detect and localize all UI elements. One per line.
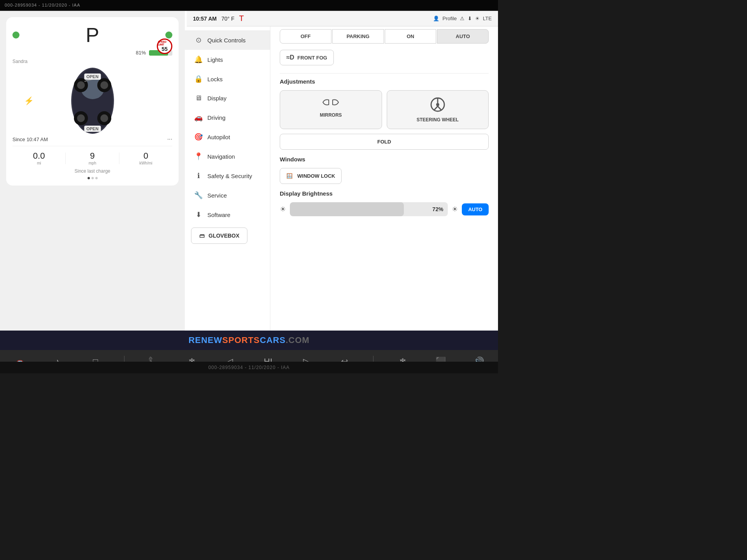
nav-label-navigation: Navigation xyxy=(207,153,235,160)
profile-icon: 👤 xyxy=(433,16,439,21)
green-dot-left xyxy=(12,32,19,38)
window-lock-button[interactable]: 🪟 WINDOW LOCK xyxy=(280,168,342,184)
nav-item-quick-controls[interactable]: ⊙ Quick Controls xyxy=(185,30,270,50)
brightness-icon: ☀ xyxy=(475,16,480,21)
safety-icon: ℹ xyxy=(194,172,203,180)
navigation-icon: 📍 xyxy=(194,152,203,161)
alert-icon: ⚠ xyxy=(460,16,465,21)
front-fog-button[interactable]: ≈D FRONT FOG xyxy=(280,50,334,65)
nav-item-software[interactable]: ⬇ Software xyxy=(185,205,270,224)
fold-button[interactable]: FOLD xyxy=(280,134,489,150)
stat-speed-unit: mph xyxy=(66,161,119,165)
windows-section: 🪟 WINDOW LOCK xyxy=(280,168,489,184)
svg-point-11 xyxy=(100,81,108,89)
svg-line-17 xyxy=(438,106,442,110)
brightness-high-icon: ☀ xyxy=(452,205,458,214)
bottom-watermark-text: 000-28959034 - 11/20/2020 - IAA xyxy=(208,365,289,370)
download-icon: ⬇ xyxy=(468,16,472,21)
lightning-icon: ⚡ xyxy=(24,96,34,105)
nav-item-navigation[interactable]: 📍 Navigation xyxy=(185,147,270,166)
lights-off-button[interactable]: OFF xyxy=(280,29,331,44)
nav-item-display[interactable]: 🖥 Display xyxy=(185,89,270,108)
com-text: .COM xyxy=(286,335,309,345)
nav-label-display: Display xyxy=(207,95,226,102)
main-panel: × ⊙ Quick Controls 🔔 Lights 🔒 Locks 🖥 Di… xyxy=(185,11,498,350)
locks-icon: 🔒 xyxy=(194,75,203,83)
lights-on-button[interactable]: ON xyxy=(385,29,437,44)
nav-item-driving[interactable]: 🚗 Driving xyxy=(185,108,270,127)
gear-indicator: P xyxy=(19,23,165,47)
renew-banner: RENEWSPORTSCARS.COM xyxy=(0,331,498,350)
brightness-value: 72% xyxy=(432,206,443,212)
quick-controls-icon: ⊙ xyxy=(194,36,203,44)
speed-limit-label: SPEED LIMIT xyxy=(158,40,171,46)
lights-parking-button[interactable]: PARKING xyxy=(332,29,384,44)
display-icon: 🖥 xyxy=(194,94,203,102)
mirrors-label: MIRRORS xyxy=(320,112,342,118)
nav-item-service[interactable]: 🔧 Service xyxy=(185,186,270,205)
glovebox-icon: 🗃 xyxy=(199,233,205,239)
nav-item-locks[interactable]: 🔒 Locks xyxy=(185,69,270,89)
nav-item-autopilot[interactable]: 🎯 Autopilot xyxy=(185,127,270,147)
nav-label-locks: Locks xyxy=(207,76,223,82)
renew-text: RENEW xyxy=(188,335,222,345)
windows-title: Windows xyxy=(280,156,489,163)
stat-speed-value: 9 xyxy=(66,151,119,161)
brightness-slider[interactable]: 72% xyxy=(290,202,448,216)
glovebox-button[interactable]: 🗃 GLOVEBOX xyxy=(191,228,247,244)
door-bottom-label: OPEN xyxy=(84,126,101,132)
nav-label-driving: Driving xyxy=(207,114,226,121)
steering-wheel-label: STEERING WHEEL xyxy=(417,117,459,122)
nav-label-software: Software xyxy=(207,212,230,218)
stat-miles: 0.0 mi xyxy=(12,151,65,165)
vehicle-image: OPEN ⚡ OPEN xyxy=(12,66,172,136)
more-dots[interactable]: ··· xyxy=(167,136,172,143)
tesla-logo: T xyxy=(239,14,244,23)
stat-speed: 9 mph xyxy=(66,151,119,165)
nav-label-safety: Safety & Security xyxy=(207,173,252,179)
glovebox-label: GLOVEBOX xyxy=(209,233,239,239)
lights-auto-button[interactable]: AUTO xyxy=(437,29,489,44)
profile-label: Profile xyxy=(442,16,457,21)
window-lock-icon: 🪟 xyxy=(286,173,293,179)
exterior-lights-buttons: OFF PARKING ON AUTO xyxy=(280,29,489,44)
autopilot-icon: 🎯 xyxy=(194,133,203,141)
svg-point-14 xyxy=(436,103,439,106)
mirrors-button[interactable]: MIRRORS xyxy=(280,90,382,129)
stat-miles-value: 0.0 xyxy=(12,151,65,161)
nav-item-safety-security[interactable]: ℹ Safety & Security xyxy=(185,166,270,186)
page-dot-3 xyxy=(95,177,98,179)
svg-line-16 xyxy=(434,106,438,110)
nav-item-lights[interactable]: 🔔 Lights xyxy=(185,50,270,69)
nav-label-quick-controls: Quick Controls xyxy=(207,37,245,44)
driving-icon: 🚗 xyxy=(194,113,203,122)
quick-controls-content: Exterior Lights OFF PARKING ON AUTO ≈D F… xyxy=(270,11,498,350)
stat-kwh: 0 kWh/mi xyxy=(119,151,172,165)
status-bar: 10:57 AM 70° F T 👤 Profile ⚠ ⬇ ☀ LTE xyxy=(187,11,498,26)
adjustments-row: MIRRORS STEERING WHEEL xyxy=(280,90,489,129)
quick-controls-nav: ⊙ Quick Controls 🔔 Lights 🔒 Locks 🖥 Disp… xyxy=(185,11,270,350)
brightness-low-icon: ☀ xyxy=(280,205,286,214)
brightness-auto-button[interactable]: AUTO xyxy=(462,203,489,215)
watermark-top-bar: 000-28959034 - 11/20/2020 - IAA xyxy=(0,0,498,10)
stat-miles-unit: mi xyxy=(12,161,65,165)
status-temp: 70° F xyxy=(221,16,235,22)
page-dot-2 xyxy=(91,177,94,179)
page-dots xyxy=(12,177,172,179)
display-brightness-title: Display Brightness xyxy=(280,190,489,197)
window-lock-label: WINDOW LOCK xyxy=(297,173,335,179)
software-icon: ⬇ xyxy=(194,210,203,219)
service-icon: 🔧 xyxy=(194,191,203,200)
status-time: 10:57 AM xyxy=(193,16,217,22)
divider-1 xyxy=(280,73,489,74)
since-charge: Since last charge xyxy=(12,168,172,174)
page-dot-1 xyxy=(88,177,90,179)
watermark-top-text: 000-28959034 - 11/20/2020 - IAA xyxy=(5,3,80,7)
speed-limit-badge: SPEED LIMIT 55 xyxy=(157,38,172,54)
left-panel: P 81% Sandra SPEED LIMIT 55 OPEN xyxy=(0,11,185,350)
nav-label-autopilot: Autopilot xyxy=(207,134,230,140)
steering-wheel-button[interactable]: STEERING WHEEL xyxy=(387,90,489,129)
brightness-fill xyxy=(290,202,404,216)
vehicle-card: P 81% Sandra SPEED LIMIT 55 OPEN xyxy=(6,17,179,186)
fog-icon: ≈D xyxy=(286,54,294,61)
